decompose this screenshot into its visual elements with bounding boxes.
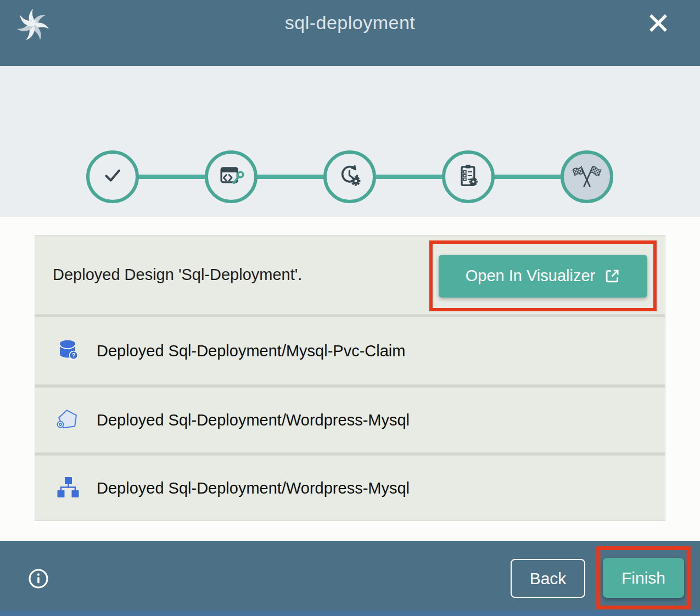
dry-run-icon (335, 161, 364, 192)
hierarchy-icon (55, 475, 81, 501)
finish-button[interactable]: Finish (603, 558, 684, 598)
check-icon (98, 161, 127, 192)
open-in-new-icon (604, 268, 620, 284)
step-validate-design[interactable] (86, 150, 139, 203)
modal-footer: Back Finish (0, 541, 700, 616)
step-finalize-deployment[interactable] (442, 150, 495, 203)
event-text: Deployed Sql-Deployment/Wordpress-Mysql (97, 411, 410, 429)
code-wrench-icon (217, 161, 245, 192)
database-icon: ? (55, 338, 81, 363)
back-button[interactable]: Back (511, 559, 585, 598)
finish-flags-icon (572, 161, 602, 193)
event-row-wordpress-mysql-service: Deployed Sql-Deployment/Wordpress-Mysql (35, 387, 665, 453)
info-icon[interactable] (27, 568, 49, 590)
event-row-mysql-pvc-claim: ? Deployed Sql-Deployment/Mysql-Pvc-Clai… (35, 317, 665, 385)
open-in-visualizer-button[interactable]: Open In Visualizer (439, 255, 647, 298)
deploy-message-row: Deployed Design 'Sql-Deployment'. Open I… (35, 235, 665, 315)
modal-header: sql-deployment (0, 0, 700, 66)
step-identify-environments[interactable] (205, 150, 257, 203)
event-text: Deployed Sql-Deployment/Wordpress-Mysql (97, 479, 410, 497)
deployment-stepper: Validate Design Identify Environments Dr… (0, 66, 700, 217)
bottom-strip (0, 611, 700, 616)
event-row-wordpress-mysql-deployment: Deployed Sql-Deployment/Wordpress-Mysql (35, 455, 665, 521)
step-dry-run[interactable] (323, 150, 376, 203)
event-text: Deployed Sql-Deployment/Mysql-Pvc-Claim (97, 342, 405, 360)
pentagon-icon (55, 407, 81, 433)
svg-text:?: ? (72, 352, 75, 359)
annotation-highlight-visualizer: Open In Visualizer (429, 240, 657, 311)
clipboard-gear-icon (454, 161, 483, 192)
deploy-message: Deployed Design 'Sql-Deployment'. (53, 266, 302, 284)
modal-title: sql-deployment (0, 12, 700, 33)
step-finish[interactable] (561, 150, 613, 203)
annotation-highlight-finish: Finish (596, 546, 691, 609)
open-in-visualizer-label: Open In Visualizer (466, 267, 595, 285)
deployment-results: Deployed Design 'Sql-Deployment'. Open I… (0, 217, 700, 541)
close-icon[interactable] (645, 10, 671, 36)
